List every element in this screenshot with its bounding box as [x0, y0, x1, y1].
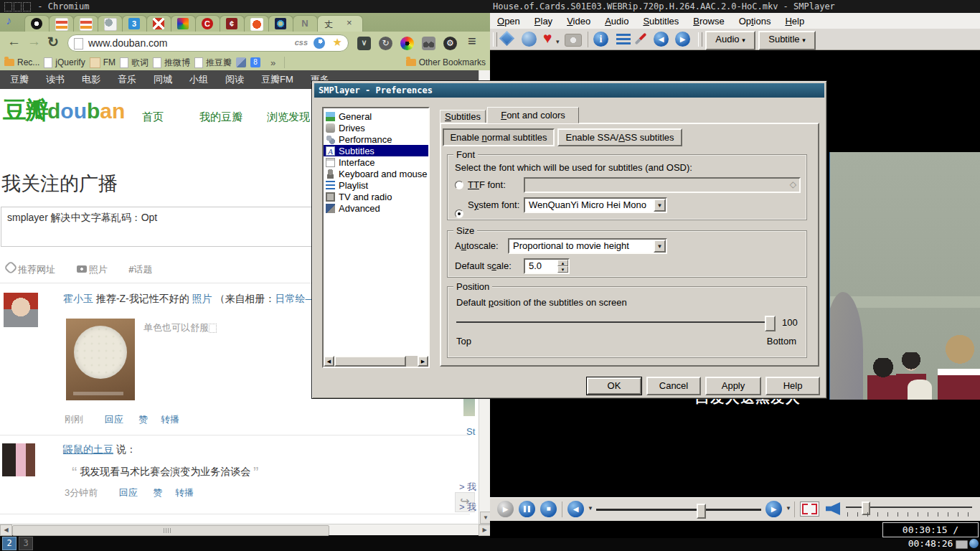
topnav-movies[interactable]: 电影	[82, 73, 100, 86]
tab-site-7[interactable]: C	[195, 15, 220, 32]
rewind-icon[interactable]: ◀	[567, 501, 584, 517]
favorites-heart-icon[interactable]: ♥	[543, 29, 552, 47]
fullscreen-icon[interactable]	[800, 501, 819, 517]
menu-browse[interactable]: Browse	[693, 16, 724, 27]
nav-discover[interactable]: 浏览发现	[267, 110, 310, 124]
topnav-groups[interactable]: 小组	[189, 73, 208, 86]
tray-keyboard-icon[interactable]	[956, 540, 968, 549]
system-font-radio[interactable]	[455, 209, 463, 218]
menu-open[interactable]: Open	[497, 16, 520, 27]
menu-audio[interactable]: Audio	[605, 16, 628, 27]
menu-play[interactable]: Play	[534, 16, 552, 27]
combo-arrow-icon[interactable]: ▼	[654, 240, 666, 253]
autoscale-combo[interactable]: Proportional to movie height ▼	[508, 238, 667, 254]
tab-close-icon[interactable]: ×	[347, 17, 352, 28]
forward-icon[interactable]: →	[27, 34, 41, 50]
menu-icon[interactable]: ≡	[468, 33, 476, 50]
menu-video[interactable]: Video	[567, 16, 590, 27]
menu-help[interactable]: Help	[785, 16, 804, 27]
pause-icon[interactable]	[519, 501, 535, 517]
reshare-link[interactable]: 转播	[175, 487, 194, 498]
tab-site-9[interactable]	[244, 15, 269, 32]
photo-link[interactable]: 照片	[192, 293, 212, 304]
music-note-icon[interactable]: ♪	[6, 14, 11, 27]
spin-down-icon[interactable]: ▼	[557, 266, 568, 273]
tab-site-3[interactable]	[98, 15, 123, 32]
photo-button[interactable]: 照片	[77, 264, 108, 275]
user-link[interactable]: 霍小玉	[63, 293, 93, 304]
tab-active-douban[interactable]: 丈 ×	[317, 15, 363, 32]
section-tv-radio[interactable]: TV and radio	[324, 191, 428, 202]
enable-ssa-ass-subtitles-button[interactable]: Enable SSA/ASS subtitles	[557, 128, 682, 146]
default-scale-label[interactable]: Default scale:	[455, 260, 512, 271]
swirl-extension-icon[interactable]	[314, 37, 325, 49]
pocket-icon[interactable]: ∨	[357, 37, 371, 50]
user-link[interactable]: 鼹鼠的土豆	[63, 443, 113, 455]
workspace-2[interactable]: 2	[2, 537, 17, 550]
ok-button[interactable]: OK	[586, 377, 642, 395]
scroll-down-icon[interactable]: ▼	[480, 512, 490, 524]
section-drives[interactable]: Drives	[324, 122, 428, 133]
menu-options[interactable]: Options	[739, 16, 771, 27]
sidebar-item-2[interactable]: > 我	[459, 501, 476, 514]
reply-link[interactable]: 回应	[105, 414, 123, 425]
notes-icon[interactable]	[236, 57, 246, 67]
system-font-label[interactable]: System font:	[468, 199, 519, 210]
heart-dropdown-icon[interactable]: ▾	[556, 38, 560, 45]
topnav-douban[interactable]: 豆瓣	[10, 73, 29, 86]
tab-subtitles[interactable]: Subtitles	[440, 110, 486, 123]
tab-site-10[interactable]	[268, 15, 293, 32]
sync-icon[interactable]: ↻	[379, 37, 392, 50]
toolbar-grip[interactable]	[698, 32, 702, 47]
bookmark-jquerify[interactable]: jQuerify	[44, 57, 85, 68]
bookmark-rec[interactable]: Rec...	[4, 57, 39, 67]
smplayer-titlebar[interactable]: House.of.Cards.S01E03.WEBRip.720p.H.264.…	[490, 0, 980, 13]
back-icon[interactable]: ←	[7, 34, 21, 50]
tab-site-8[interactable]: ¢	[220, 15, 245, 32]
bookmarks-overflow-icon[interactable]: »	[270, 57, 275, 68]
scroll-right-icon[interactable]: ▶	[479, 524, 491, 536]
volume-slider[interactable]	[846, 498, 975, 522]
list-hscrollbar[interactable]: ◀ ▶	[324, 356, 428, 367]
tab-site-2[interactable]	[73, 15, 98, 32]
rewind-dropdown-icon[interactable]: ▼	[588, 505, 593, 512]
topnav-music[interactable]: 音乐	[118, 73, 136, 86]
feed-avatar-1[interactable]	[4, 293, 38, 327]
color-wheel-icon[interactable]	[400, 37, 414, 50]
default-scale-spinbox[interactable]: 5.0 ▲ ▼	[524, 258, 570, 274]
audio-button[interactable]: Audio ▾	[705, 31, 755, 50]
bookmark-star-icon[interactable]: ★	[333, 36, 342, 49]
css-badge[interactable]: css	[295, 38, 308, 47]
recommend-link-button[interactable]: 推荐网址	[6, 264, 55, 275]
scroll-left-icon[interactable]: ◀	[0, 524, 12, 536]
previous-icon[interactable]: ◀	[654, 32, 669, 47]
bookmark-lyrics[interactable]: 歌词	[120, 57, 149, 69]
bookmark-other[interactable]: Other Bookmarks	[406, 57, 486, 67]
topnav-city[interactable]: 同城	[154, 73, 172, 86]
autoscale-label[interactable]: Autoscale:	[455, 240, 499, 251]
enable-normal-subtitles-button[interactable]: Enable normal subtitles	[443, 128, 555, 146]
bookmark-tdouban[interactable]: 推豆瓣	[194, 57, 232, 69]
nav-home[interactable]: 首页	[142, 110, 164, 124]
combo-arrow-icon[interactable]: ▼	[654, 199, 666, 212]
settings-gear-icon[interactable]: ⚙	[443, 37, 457, 50]
seek-slider[interactable]	[596, 498, 761, 522]
playlist-icon[interactable]	[616, 34, 631, 45]
apply-button[interactable]: Apply	[705, 377, 761, 395]
subtitle-button[interactable]: Subtitle ▾	[758, 31, 816, 50]
feed-avatar-2[interactable]	[2, 443, 35, 476]
tab-site-1[interactable]	[49, 15, 74, 32]
tab-font-and-colors[interactable]: Font and colors	[487, 107, 579, 123]
ttf-font-label[interactable]: TTF font:	[468, 179, 506, 190]
preferences-wrench-icon[interactable]	[635, 33, 647, 45]
open-url-icon[interactable]	[522, 32, 537, 47]
tab-site-6[interactable]	[171, 15, 196, 32]
composer-text[interactable]: smplayer 解决中文字幕乱码：Opt	[7, 212, 157, 225]
info-icon[interactable]: i	[593, 32, 608, 47]
forward-dropdown-icon[interactable]: ▼	[786, 505, 791, 512]
section-playlist[interactable]: Playlist	[324, 179, 428, 191]
section-keyboard-mouse[interactable]: Keyboard and mouse	[324, 168, 428, 179]
position-slider[interactable]	[456, 314, 776, 330]
glasses-icon[interactable]	[422, 37, 435, 50]
section-subtitles[interactable]: ASubtitles	[324, 145, 428, 156]
